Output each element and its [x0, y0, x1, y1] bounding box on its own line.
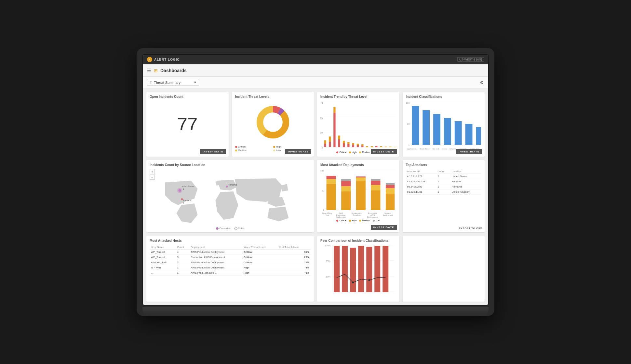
card-open-incidents: Open Incidents Count 77 INVESTIGATE — [146, 92, 229, 157]
svg-rect-27 — [361, 144, 363, 146]
dashboard-dropdown[interactable]: T Threat Summary ▾ — [147, 79, 199, 86]
dropdown-value: Threat Summary — [154, 81, 181, 84]
depl-critical-dot — [336, 220, 338, 222]
svg-rect-42 — [455, 121, 462, 145]
host-count: 4 — [176, 250, 189, 255]
svg-rect-21 — [347, 142, 349, 144]
deployments-investigate-button[interactable]: INVESTIGATE — [371, 225, 397, 230]
svg-text:50%: 50% — [326, 276, 330, 278]
svg-rect-34 — [394, 147, 396, 147]
countries-legend-label: Countries — [219, 227, 230, 230]
svg-rect-24 — [357, 145, 359, 147]
svg-point-90 — [352, 281, 354, 283]
svg-rect-86 — [358, 246, 364, 292]
laptop-base — [142, 307, 489, 316]
export-csv-button[interactable]: EXPORT TO CSV — [459, 227, 482, 230]
settings-gear-icon[interactable]: ⚙ — [480, 80, 484, 85]
col-count: Count — [436, 169, 450, 174]
low-label: Low — [276, 149, 281, 152]
low-dot — [273, 150, 275, 151]
svg-text:Romania: Romania — [228, 184, 237, 186]
card-incident-classifications: Incident Classifications 100 10 1 — [403, 92, 485, 157]
svg-rect-68 — [371, 185, 380, 190]
svg-text:75%: 75% — [326, 260, 330, 262]
card-threat-levels: Incident Threat Levels — [232, 92, 314, 157]
host-level: Critical — [242, 260, 277, 265]
classifications-investigate-button[interactable]: INVESTIGATE — [456, 149, 482, 154]
trend-medium-dot — [359, 151, 361, 153]
map-zoom-in-button[interactable]: + — [150, 169, 155, 174]
open-incidents-investigate-button[interactable]: INVESTIGATE — [200, 149, 226, 154]
class-bar-2-label: brute-force — [420, 148, 430, 150]
svg-rect-59 — [326, 176, 336, 179]
table-row: WP_Tomcat3Production AWS EnvironmentCrit… — [150, 255, 311, 260]
svg-rect-10 — [324, 144, 326, 147]
depl-high-label: High — [352, 219, 356, 222]
countries-legend-dot — [216, 227, 218, 230]
svg-rect-15 — [333, 107, 335, 113]
host-deployment: AWS Prod...ion Depl... — [190, 270, 242, 276]
incident-trend-title: Incident Trend by Threat Level — [320, 95, 396, 98]
hosts-table: Host Name Count Deployment Worst Threat … — [150, 245, 311, 276]
hosts-title: Most Attacked Hosts — [150, 239, 311, 242]
map-controls: + − — [150, 169, 155, 180]
trend-y-75: 75 — [320, 102, 323, 104]
svg-rect-57 — [326, 184, 336, 210]
svg-rect-89 — [383, 246, 388, 292]
table-row: 91.222.11.611United Kingdom — [406, 189, 482, 195]
host-count: 1 — [176, 270, 189, 276]
depl-bar-2-label: AWS ProductionDeployment — [334, 212, 348, 218]
dashboard-grid: Open Incidents Count 77 INVESTIGATE Inci… — [143, 88, 488, 305]
class-bar-3-label: info-leak — [432, 148, 439, 150]
attacker-ip: 91.222.11.61 — [406, 189, 436, 195]
svg-text:100%: 100% — [325, 245, 330, 247]
map-zoom-out-button[interactable]: − — [150, 175, 155, 180]
hamburger-icon[interactable]: ☰ — [147, 68, 151, 73]
attacker-count: 1 — [436, 179, 450, 184]
dropdown-prefix: T — [150, 81, 152, 84]
svg-rect-41 — [444, 118, 451, 145]
svg-text:2: 2 — [183, 188, 184, 190]
col-attacker-ip: Attacker IP — [406, 169, 436, 174]
nav-bar: ☰ ⊞ Dashboards — [143, 64, 488, 77]
card-peer-comparison: Peer Comparison of Incident Classificati… — [317, 236, 399, 302]
alert-logic-logo-icon: A — [147, 57, 152, 62]
svg-rect-30 — [375, 146, 377, 147]
open-incidents-title: Open Incidents Count — [150, 95, 225, 98]
svg-rect-40 — [433, 114, 440, 145]
depl-y-10: 10 — [322, 189, 324, 192]
table-row: ...1AWS Prod...ion Depl...High8% — [150, 270, 311, 276]
threat-levels-investigate-button[interactable]: INVESTIGATE — [285, 149, 311, 154]
class-y-100: 100 — [406, 102, 410, 104]
svg-text:Panama: Panama — [183, 199, 192, 202]
attacker-count: 1 — [436, 189, 450, 195]
depl-medium-dot — [359, 220, 361, 222]
depl-critical-label: Critical — [339, 219, 346, 222]
critical-label: Critical — [238, 145, 246, 148]
depl-low-dot — [373, 220, 375, 222]
trend-critical-label: Critical — [339, 151, 346, 153]
trend-investigate-button[interactable]: INVESTIGATE — [371, 149, 397, 154]
svg-rect-23 — [352, 143, 354, 145]
depl-legend-low: Low — [373, 219, 380, 222]
svg-point-5 — [264, 113, 282, 131]
host-deployment: AWS Production Deployment — [190, 265, 242, 270]
map-legend: Countries Cities — [216, 227, 244, 230]
svg-rect-87 — [366, 247, 372, 292]
world-map-svg: United States 2 Panama 1 Romania — [150, 176, 311, 228]
attacker-count: 2 — [436, 174, 450, 179]
depl-bar-5-label: Manual deployment — [380, 212, 396, 218]
host-pct: 8% — [277, 265, 311, 270]
host-pct: 15% — [277, 260, 311, 265]
trend-y-0: 0 — [322, 147, 323, 149]
laptop-frame: A ALERT LOGIC US-WEST-1 (US) ☰ ⊞ Dashboa… — [137, 48, 494, 316]
map-title: Incidents Count by Source Location — [150, 163, 311, 167]
svg-rect-20 — [347, 144, 349, 147]
col-location: Location — [450, 169, 481, 174]
critical-dot — [235, 146, 237, 148]
dropdown-arrow-icon: ▾ — [194, 80, 196, 84]
trend-critical-dot — [336, 151, 338, 153]
depl-high-dot — [349, 220, 351, 222]
attacker-ip: 4.16.218.178 — [406, 174, 436, 179]
svg-rect-71 — [386, 194, 395, 210]
